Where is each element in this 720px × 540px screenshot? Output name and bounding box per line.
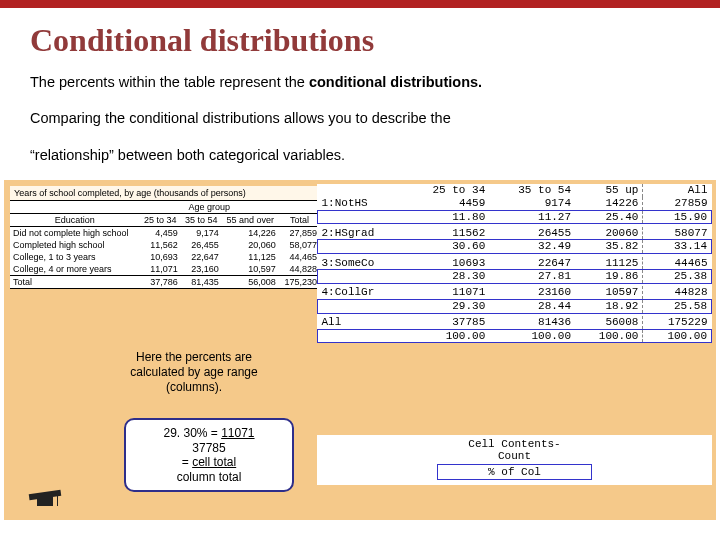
- col-1: 35 to 54: [181, 214, 222, 227]
- g1p2: 35.82: [575, 240, 643, 254]
- g3c0: 11071: [404, 286, 490, 299]
- formula-denominator: 37785: [132, 441, 286, 455]
- g0p3: 15.90: [643, 210, 712, 224]
- r0c2: 14,226: [222, 227, 279, 240]
- col-3: Total: [279, 214, 320, 227]
- r1-label: Completed high school: [10, 239, 140, 251]
- accent-bar: [0, 0, 720, 8]
- col-2: 55 and over: [222, 214, 279, 227]
- r1c0: 11,562: [140, 239, 181, 251]
- g2p3: 25.38: [643, 270, 712, 284]
- g2p2: 19.86: [575, 270, 643, 284]
- row-head: Education: [10, 214, 140, 227]
- slide-title: Conditional distributions: [30, 22, 720, 59]
- r0c0: 4,459: [140, 227, 181, 240]
- r2c3: 44,465: [279, 251, 320, 263]
- g3p3: 25.58: [643, 300, 712, 314]
- g0p0: 11.80: [404, 210, 490, 224]
- r0c1: 9,174: [181, 227, 222, 240]
- paragraph-3: “relationship” between both categorical …: [30, 144, 690, 166]
- cell-contents-legend: Cell Contents- Count % of Col: [317, 435, 712, 485]
- g2c0: 10693: [404, 257, 490, 270]
- g4c2: 56008: [575, 316, 643, 329]
- g2c3: 44465: [643, 257, 712, 270]
- g0c0: 4459: [404, 197, 490, 210]
- tot0: 37,786: [140, 276, 181, 289]
- g2p1: 27.81: [489, 270, 575, 284]
- g0c3: 27859: [643, 197, 712, 210]
- r3c3: 44,828: [279, 263, 320, 276]
- graduation-cap-icon: [29, 488, 65, 510]
- r2c2: 11,125: [222, 251, 279, 263]
- callout-formula: 29. 30% = 11071 37785 = cell total colum…: [124, 418, 294, 492]
- g3c1: 23160: [489, 286, 575, 299]
- summary-table: Years of school completed, by age (thous…: [10, 186, 320, 289]
- col-0: 25 to 34: [140, 214, 181, 227]
- formula-lhs: 29. 30% =: [163, 426, 221, 440]
- g3c3: 44828: [643, 286, 712, 299]
- g1c0: 11562: [404, 227, 490, 240]
- g3p2: 18.92: [575, 300, 643, 314]
- g1c1: 26455: [489, 227, 575, 240]
- g1c2: 20060: [575, 227, 643, 240]
- r3c0: 11,071: [140, 263, 181, 276]
- g4l: All: [318, 316, 404, 329]
- g4p3: 100.00: [643, 329, 712, 343]
- g1l: 2:HSgrad: [318, 227, 404, 240]
- tot-label: Total: [10, 276, 140, 289]
- g3l: 4:CollGr: [318, 286, 404, 299]
- g0c1: 9174: [489, 197, 575, 210]
- r2c1: 22,647: [181, 251, 222, 263]
- g3c2: 10597: [575, 286, 643, 299]
- rh2: 35 to 54: [489, 184, 575, 197]
- r1c1: 26,455: [181, 239, 222, 251]
- g0p2: 25.40: [575, 210, 643, 224]
- g2c2: 11125: [575, 257, 643, 270]
- g4p1: 100.00: [489, 329, 575, 343]
- r3-label: College, 4 or more years: [10, 263, 140, 276]
- g4c3: 175229: [643, 316, 712, 329]
- crosstab-output: 25 to 34 35 to 54 55 up All 1:NotHS 4459…: [317, 184, 712, 343]
- r2-label: College, 1 to 3 years: [10, 251, 140, 263]
- r3c2: 10,597: [222, 263, 279, 276]
- contents-pctcol: % of Col: [437, 464, 592, 480]
- g2l: 3:SomeCo: [318, 257, 404, 270]
- g3p1: 28.44: [489, 300, 575, 314]
- rh4: All: [643, 184, 712, 197]
- g0c2: 14226: [575, 197, 643, 210]
- g2p0: 28.30: [404, 270, 490, 284]
- g4p0: 100.00: [404, 329, 490, 343]
- r3c1: 23,160: [181, 263, 222, 276]
- g1p0: 30.60: [404, 240, 490, 254]
- content-panel: Years of school completed, by age (thous…: [4, 180, 716, 520]
- g1p1: 32.49: [489, 240, 575, 254]
- g1p3: 33.14: [643, 240, 712, 254]
- g1c3: 58077: [643, 227, 712, 240]
- r0-label: Did not complete high school: [10, 227, 140, 240]
- paragraph-2: Comparing the conditional distributions …: [30, 107, 690, 129]
- r0c3: 27,859: [279, 227, 320, 240]
- age-group-header: Age group: [140, 201, 279, 214]
- callout-description: Here the percents are calculated by age …: [114, 350, 274, 395]
- r1c2: 20,060: [222, 239, 279, 251]
- g0p1: 11.27: [489, 210, 575, 224]
- left-table-grid: Age group Education 25 to 34 35 to 54 55…: [10, 201, 320, 289]
- left-caption: Years of school completed, by age (thous…: [10, 186, 320, 201]
- para1a: The percents within the table represent …: [30, 74, 309, 90]
- contents-title: Cell Contents-: [468, 438, 560, 450]
- g4c1: 81436: [489, 316, 575, 329]
- formula-numerator: 11071: [221, 426, 254, 440]
- rh1: 25 to 34: [404, 184, 490, 197]
- r1c3: 58,077: [279, 239, 320, 251]
- para1b: conditional distributions.: [309, 74, 482, 90]
- r2c0: 10,693: [140, 251, 181, 263]
- contents-count: Count: [317, 450, 712, 462]
- formula-coltotal: column total: [132, 470, 286, 484]
- tot2: 56,008: [222, 276, 279, 289]
- tot3: 175,230: [279, 276, 320, 289]
- g2c1: 22647: [489, 257, 575, 270]
- g0l: 1:NotHS: [318, 197, 404, 210]
- rh3: 55 up: [575, 184, 643, 197]
- g4c0: 37785: [404, 316, 490, 329]
- paragraph-1: The percents within the table represent …: [30, 71, 690, 93]
